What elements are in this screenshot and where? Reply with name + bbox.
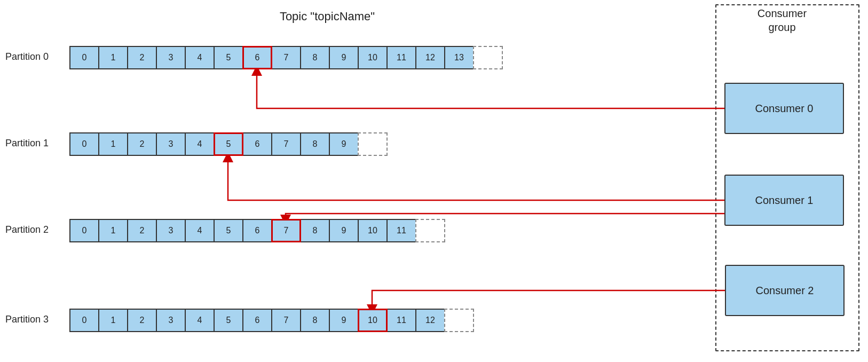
p2-c5: 5 <box>214 219 243 242</box>
p0-c0: 0 <box>69 46 99 69</box>
consumer-1-box: Consumer 1 <box>724 175 844 226</box>
p2-c7-highlight: 7 <box>271 219 301 242</box>
partition-2-label: Partition 2 <box>5 224 49 235</box>
arrow-consumer2-p3 <box>372 290 725 310</box>
p0-c9: 9 <box>329 46 359 69</box>
p3-c9: 9 <box>329 309 359 332</box>
partition-1-row: 0 1 2 3 4 5 6 7 8 9 <box>69 132 386 156</box>
p1-c5-highlight: 5 <box>214 132 243 156</box>
topic-title: Topic "topicName" <box>0 10 654 23</box>
partition-3-label: Partition 3 <box>5 314 49 325</box>
p3-c3: 3 <box>156 309 186 332</box>
p3-dashed <box>444 309 474 332</box>
p3-c1: 1 <box>98 309 128 332</box>
p2-c3: 3 <box>156 219 186 242</box>
p2-c1: 1 <box>98 219 128 242</box>
p0-c4: 4 <box>185 46 215 69</box>
partition-3-row: 0 1 2 3 4 5 6 7 8 9 10 11 12 <box>69 309 473 332</box>
p2-c2: 2 <box>127 219 157 242</box>
p1-c0: 0 <box>69 132 99 156</box>
p1-c9: 9 <box>329 132 359 156</box>
partition-1-label: Partition 1 <box>5 138 49 149</box>
p0-c5: 5 <box>214 46 243 69</box>
arrow-consumer0-p0 <box>257 70 724 108</box>
p3-c0: 0 <box>69 309 99 332</box>
arrow-consumer1-p1 <box>228 157 724 200</box>
diagram-container: Topic "topicName" Consumergroup Consumer… <box>0 0 868 362</box>
p3-c4: 4 <box>185 309 215 332</box>
p1-dashed <box>358 132 388 156</box>
p3-c7: 7 <box>271 309 301 332</box>
p1-c6: 6 <box>242 132 272 156</box>
p0-c13: 13 <box>444 46 474 69</box>
p1-c4: 4 <box>185 132 215 156</box>
p3-c6: 6 <box>242 309 272 332</box>
p2-c11: 11 <box>386 219 416 242</box>
partition-0-label: Partition 0 <box>5 51 49 62</box>
p3-c11: 11 <box>386 309 416 332</box>
p0-c8: 8 <box>300 46 330 69</box>
p2-c9: 9 <box>329 219 359 242</box>
p2-dashed <box>415 219 445 242</box>
p1-c8: 8 <box>300 132 330 156</box>
p1-c2: 2 <box>127 132 157 156</box>
p0-c11: 11 <box>386 46 416 69</box>
p2-c10: 10 <box>358 219 388 242</box>
consumer-0-box: Consumer 0 <box>724 83 844 134</box>
p0-c10: 10 <box>358 46 388 69</box>
consumer-2-box: Consumer 2 <box>725 265 845 316</box>
p0-c2: 2 <box>127 46 157 69</box>
p0-c1: 1 <box>98 46 128 69</box>
p0-c7: 7 <box>271 46 301 69</box>
p2-c0: 0 <box>69 219 99 242</box>
p0-dashed <box>473 46 503 69</box>
p1-c3: 3 <box>156 132 186 156</box>
p2-c4: 4 <box>185 219 215 242</box>
p0-c12: 12 <box>415 46 445 69</box>
p0-c3: 3 <box>156 46 186 69</box>
p1-c7: 7 <box>271 132 301 156</box>
partition-2-row: 0 1 2 3 4 5 6 7 8 9 10 11 <box>69 219 444 242</box>
p2-c6: 6 <box>242 219 272 242</box>
p1-c1: 1 <box>98 132 128 156</box>
p0-c6-highlight: 6 <box>242 46 272 69</box>
p3-c8: 8 <box>300 309 330 332</box>
partition-0-row: 0 1 2 3 4 5 6 7 8 9 10 11 12 13 <box>69 46 502 69</box>
p3-c2: 2 <box>127 309 157 332</box>
p3-c10-highlight: 10 <box>358 309 388 332</box>
p2-c8: 8 <box>300 219 330 242</box>
p3-c12: 12 <box>415 309 445 332</box>
p3-c5: 5 <box>214 309 243 332</box>
